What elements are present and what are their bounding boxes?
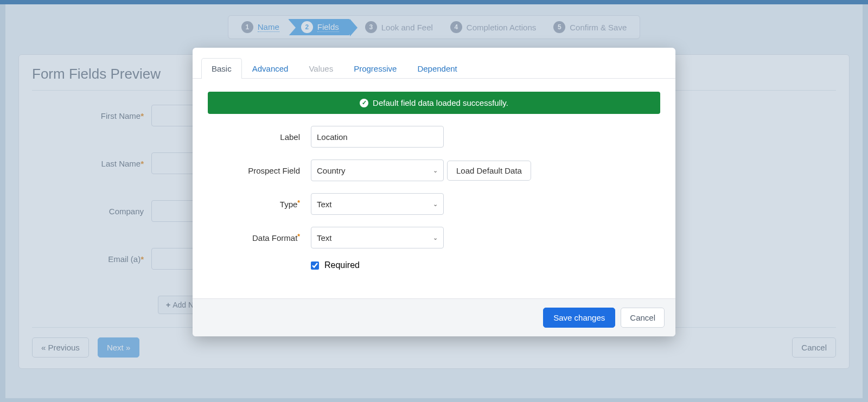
required-label: Required [324, 260, 360, 270]
field-settings-modal: Basic Advanced Values Progressive Depend… [193, 48, 675, 336]
label-field-label: Label [208, 132, 311, 142]
tab-progressive[interactable]: Progressive [343, 58, 407, 79]
modal-footer: Save changes Cancel [193, 298, 675, 336]
success-alert: ✓ Default field data loaded successfully… [208, 92, 660, 114]
modal-cancel-button[interactable]: Cancel [621, 308, 665, 328]
tab-dependent[interactable]: Dependent [407, 58, 467, 79]
tab-advanced[interactable]: Advanced [242, 58, 299, 79]
required-checkbox[interactable] [311, 261, 319, 270]
tab-basic[interactable]: Basic [201, 58, 242, 79]
type-select[interactable]: Text ⌄ [311, 193, 444, 215]
data-format-label: Data Format* [208, 233, 311, 243]
modal-tabs: Basic Advanced Values Progressive Depend… [193, 48, 675, 79]
prospect-field-select[interactable]: Country ⌄ [311, 159, 444, 181]
load-default-data-button[interactable]: Load Default Data [447, 161, 531, 181]
chevron-down-icon: ⌄ [433, 201, 438, 208]
check-circle-icon: ✓ [360, 99, 368, 107]
modal-overlay: Basic Advanced Values Progressive Depend… [0, 0, 868, 402]
alert-text: Default field data loaded successfully. [373, 98, 508, 107]
chevron-down-icon: ⌄ [433, 167, 438, 174]
tab-values[interactable]: Values [298, 58, 343, 79]
select-value: Text [317, 233, 332, 243]
prospect-field-label: Prospect Field [208, 166, 311, 175]
save-changes-button[interactable]: Save changes [543, 308, 615, 328]
chevron-down-icon: ⌄ [433, 234, 438, 241]
data-format-select[interactable]: Text ⌄ [311, 227, 444, 248]
select-value: Country [317, 166, 346, 175]
select-value: Text [317, 200, 332, 209]
label-input[interactable] [311, 126, 444, 148]
type-label: Type* [208, 200, 311, 209]
